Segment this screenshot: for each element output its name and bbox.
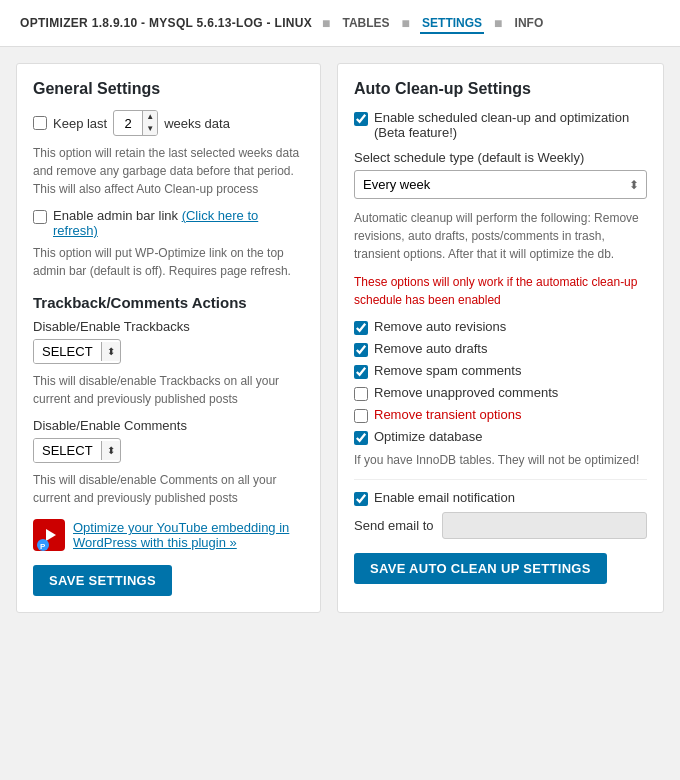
weeks-input[interactable] <box>114 114 142 133</box>
admin-bar-checkbox[interactable] <box>33 210 47 224</box>
optimize-database-label: Optimize database <box>374 429 482 444</box>
remove-spam-checkbox[interactable] <box>354 365 368 379</box>
remove-drafts-label: Remove auto drafts <box>374 341 487 356</box>
email-notification-row: Enable email notification <box>354 490 647 506</box>
remove-unapproved-checkbox[interactable] <box>354 387 368 401</box>
auto-cleanup-warning: These options will only work if the auto… <box>354 273 647 309</box>
weeks-label: weeks data <box>164 116 230 131</box>
send-email-row: Send email to <box>354 512 647 539</box>
option-row-2: Remove spam comments <box>354 363 647 379</box>
weeks-spinner[interactable]: ▲ ▼ <box>113 110 158 136</box>
comments-select[interactable]: SELECT Enable Disable <box>34 439 101 462</box>
disable-trackbacks-label: Disable/Enable Trackbacks <box>33 319 304 334</box>
save-auto-cleanup-button[interactable]: SAVE AUTO CLEAN UP SETTINGS <box>354 553 607 584</box>
trackbacks-select-arrow: ⬍ <box>101 342 120 361</box>
schedule-select-wrap[interactable]: Every week Every day Every month <box>354 170 647 199</box>
keep-last-help: This option will retain the last selecte… <box>33 144 304 198</box>
keep-last-row: Keep last ▲ ▼ weeks data <box>33 110 304 136</box>
auto-cleanup-info: Automatic cleanup will perform the follo… <box>354 209 647 263</box>
remove-transient-checkbox[interactable] <box>354 409 368 423</box>
trackback-title: Trackback/Comments Actions <box>33 294 304 311</box>
admin-bar-row: Enable admin bar link (Click here to ref… <box>33 208 304 238</box>
trackbacks-select[interactable]: SELECT Enable Disable <box>34 340 101 363</box>
option-row-0: Remove auto revisions <box>354 319 647 335</box>
remove-spam-label: Remove spam comments <box>374 363 521 378</box>
trackbacks-help: This will disable/enable Trackbacks on a… <box>33 372 304 408</box>
option-row-3: Remove unapproved comments <box>354 385 647 401</box>
spinner-down[interactable]: ▼ <box>143 123 157 135</box>
remove-transient-label: Remove transient options <box>374 407 521 422</box>
auto-cleanup-title: Auto Clean-up Settings <box>354 80 647 98</box>
option-row-4: Remove transient options <box>354 407 647 423</box>
email-input[interactable] <box>442 512 648 539</box>
youtube-link-row: P Optimize your YouTube embedding in Wor… <box>33 519 304 551</box>
auto-cleanup-panel: Auto Clean-up Settings Enable scheduled … <box>337 63 664 613</box>
admin-bar-label: Enable admin bar link (Click here to ref… <box>53 208 304 238</box>
schedule-type-label: Select schedule type (default is Weekly) <box>354 150 647 165</box>
remove-unapproved-label: Remove unapproved comments <box>374 385 558 400</box>
email-notification-checkbox[interactable] <box>354 492 368 506</box>
innodb-info: If you have InnoDB tables. They will not… <box>354 451 647 469</box>
nav-tables[interactable]: TABLES <box>340 12 391 34</box>
general-settings-title: General Settings <box>33 80 304 98</box>
svg-text:P: P <box>40 542 46 551</box>
send-email-label: Send email to <box>354 518 434 533</box>
nav-separator-1: ■ <box>322 15 330 31</box>
enable-scheduled-checkbox[interactable] <box>354 112 368 126</box>
general-settings-panel: General Settings Keep last ▲ ▼ weeks dat… <box>16 63 321 613</box>
schedule-select[interactable]: Every week Every day Every month <box>354 170 647 199</box>
app-title: OPTIMIZER 1.8.9.10 - MYSQL 5.6.13-LOG - … <box>20 16 312 30</box>
nav-separator-2: ■ <box>402 15 410 31</box>
remove-revisions-checkbox[interactable] <box>354 321 368 335</box>
top-navigation: OPTIMIZER 1.8.9.10 - MYSQL 5.6.13-LOG - … <box>0 0 680 47</box>
optimize-database-checkbox[interactable] <box>354 431 368 445</box>
spinner-arrows[interactable]: ▲ ▼ <box>142 111 157 135</box>
nav-separator-3: ■ <box>494 15 502 31</box>
keep-last-label: Keep last <box>53 116 107 131</box>
email-notification-label: Enable email notification <box>374 490 515 505</box>
youtube-link[interactable]: Optimize your YouTube embedding in WordP… <box>73 520 304 550</box>
comments-select-wrapper[interactable]: SELECT Enable Disable ⬍ <box>33 438 121 463</box>
comments-select-arrow: ⬍ <box>101 441 120 460</box>
trackbacks-select-wrapper[interactable]: SELECT Enable Disable ⬍ <box>33 339 121 364</box>
remove-drafts-checkbox[interactable] <box>354 343 368 357</box>
admin-bar-help: This option will put WP-Optimize link on… <box>33 244 304 280</box>
divider <box>354 479 647 480</box>
disable-comments-label: Disable/Enable Comments <box>33 418 304 433</box>
enable-scheduled-row: Enable scheduled clean-up and optimizati… <box>354 110 647 140</box>
save-settings-button[interactable]: SAVE SETTINGS <box>33 565 172 596</box>
main-content: General Settings Keep last ▲ ▼ weeks dat… <box>0 47 680 629</box>
comments-help: This will disable/enable Comments on all… <box>33 471 304 507</box>
nav-settings[interactable]: SETTINGS <box>420 12 484 34</box>
option-row-5: Optimize database <box>354 429 647 445</box>
spinner-up[interactable]: ▲ <box>143 111 157 123</box>
nav-info[interactable]: INFO <box>513 12 546 34</box>
keep-last-checkbox[interactable] <box>33 116 47 130</box>
option-row-1: Remove auto drafts <box>354 341 647 357</box>
youtube-icon: P <box>33 519 65 551</box>
remove-revisions-label: Remove auto revisions <box>374 319 506 334</box>
enable-scheduled-label: Enable scheduled clean-up and optimizati… <box>374 110 647 140</box>
